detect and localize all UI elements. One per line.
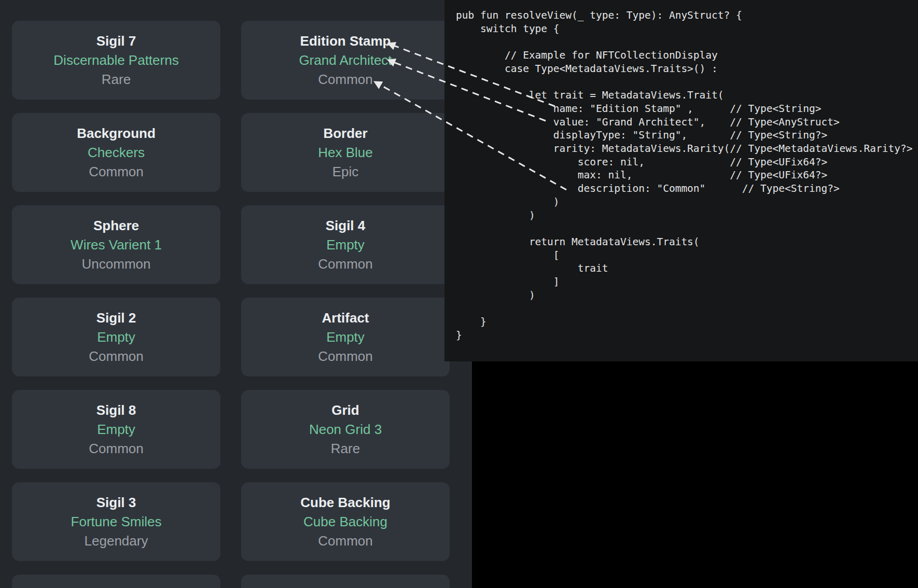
trait-card-title: Sigil 2 <box>12 308 220 328</box>
trait-card-title: Grid <box>241 400 450 420</box>
trait-card-value: Cube Backing <box>241 512 450 531</box>
trait-card-title: Sphere <box>12 216 220 235</box>
trait-card-value: Wires Varient 1 <box>12 235 220 255</box>
traits-panel: Sigil 7Discernable PatternsRareEdition S… <box>0 0 472 588</box>
trait-card: Sigil 4EmptyCommon <box>241 205 450 284</box>
trait-card-partial <box>241 575 450 588</box>
trait-card-rarity: Common <box>12 162 220 181</box>
code-block: pub fun resolveView(_ type: Type): AnySt… <box>444 0 918 342</box>
trait-card-value: Empty <box>12 328 220 347</box>
trait-card: Cube BackingCube BackingCommon <box>241 482 450 561</box>
trait-card-value: Hex Blue <box>241 143 450 162</box>
trait-card-title: Edition Stamp <box>241 31 450 51</box>
trait-card-value: Empty <box>12 420 220 439</box>
trait-card-title: Border <box>241 123 450 143</box>
trait-card-partial <box>12 575 220 588</box>
trait-card-value: Checkers <box>12 143 220 162</box>
trait-cards-grid: Sigil 7Discernable PatternsRareEdition S… <box>12 21 450 588</box>
code-panel: pub fun resolveView(_ type: Type): AnySt… <box>444 0 918 361</box>
trait-card-value: Discernable Patterns <box>12 51 220 70</box>
trait-card: SphereWires Varient 1Uncommon <box>12 205 220 284</box>
trait-card: Sigil 2EmptyCommon <box>12 298 220 376</box>
trait-card-rarity: Rare <box>12 70 220 89</box>
trait-card-rarity: Common <box>12 347 220 366</box>
trait-card: BackgroundCheckersCommon <box>12 113 220 192</box>
trait-card-title: Sigil 7 <box>12 31 220 51</box>
trait-card: Sigil 3Fortune SmilesLegendary <box>12 482 220 561</box>
trait-card-value: Neon Grid 3 <box>241 420 450 439</box>
trait-card-rarity: Common <box>241 531 450 551</box>
trait-card-title: Sigil 3 <box>12 493 220 512</box>
trait-card: Sigil 8EmptyCommon <box>12 390 220 469</box>
trait-card-rarity: Common <box>241 255 450 274</box>
trait-card-value: Empty <box>241 328 450 347</box>
trait-card-rarity: Common <box>241 70 450 89</box>
trait-card: Sigil 7Discernable PatternsRare <box>12 21 220 100</box>
trait-card-title: Sigil 4 <box>241 216 450 235</box>
trait-card: ArtifactEmptyCommon <box>241 298 450 376</box>
trait-card-rarity: Legendary <box>12 531 220 551</box>
trait-card: BorderHex BlueEpic <box>241 113 450 192</box>
trait-card-value: Fortune Smiles <box>12 512 220 531</box>
trait-card-value: Grand Architect <box>241 51 450 70</box>
trait-card-title: Background <box>12 123 220 143</box>
trait-card-title: Sigil 8 <box>12 400 220 420</box>
trait-card-rarity: Common <box>12 439 220 458</box>
trait-card-rarity: Epic <box>241 162 450 181</box>
trait-card-value: Empty <box>241 235 450 255</box>
trait-card-rarity: Rare <box>241 439 450 458</box>
trait-card: Edition StampGrand ArchitectCommon <box>241 21 450 100</box>
trait-card-rarity: Uncommon <box>12 255 220 274</box>
trait-card: GridNeon Grid 3Rare <box>241 390 450 469</box>
trait-card-title: Cube Backing <box>241 493 450 512</box>
trait-card-rarity: Common <box>241 347 450 366</box>
trait-card-title: Artifact <box>241 308 450 328</box>
